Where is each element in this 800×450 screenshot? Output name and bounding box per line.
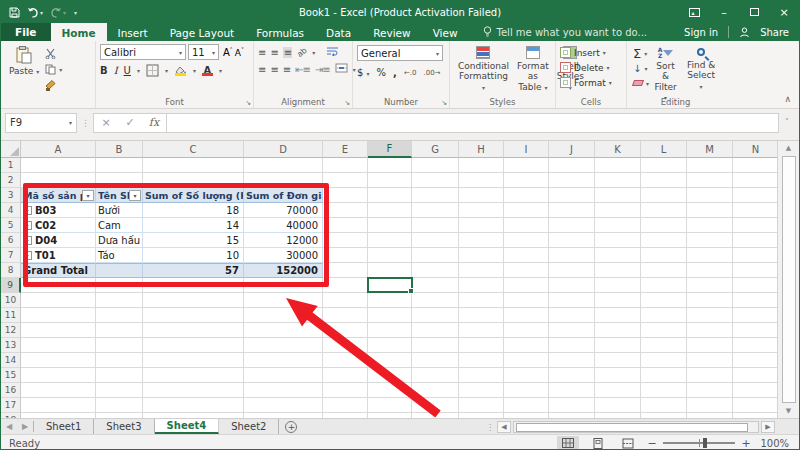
cell-K1[interactable] — [595, 158, 641, 173]
cell-N1[interactable] — [733, 158, 779, 173]
maximize-icon[interactable] — [739, 1, 769, 23]
cell-J3[interactable] — [549, 188, 595, 203]
column-header-A[interactable]: A — [21, 141, 96, 158]
tab-data[interactable]: Data — [315, 23, 362, 41]
cell-H5[interactable] — [459, 218, 504, 233]
vertical-scrollbar[interactable]: ▲ ▼ — [777, 141, 799, 418]
cell-L2[interactable] — [641, 173, 687, 188]
enter-icon[interactable]: ✓ — [118, 116, 142, 129]
cell-I10[interactable] — [504, 293, 549, 308]
copy-button[interactable]: ▾ — [45, 62, 62, 76]
cell-A1[interactable] — [21, 158, 96, 173]
cell-L12[interactable] — [641, 323, 687, 338]
normal-view-button[interactable] — [557, 436, 579, 450]
ribbon-display-options-icon[interactable] — [679, 1, 709, 23]
sheet-tab-sheet3[interactable]: Sheet3 — [94, 419, 154, 434]
cell-I8[interactable] — [504, 263, 549, 278]
cell-G13[interactable] — [412, 338, 459, 353]
cell-I13[interactable] — [504, 338, 549, 353]
cell-B17[interactable] — [96, 398, 143, 413]
cell-K13[interactable] — [595, 338, 641, 353]
cell-C16[interactable] — [143, 383, 244, 398]
column-header-B[interactable]: B — [96, 141, 143, 158]
cell-D9[interactable] — [244, 278, 323, 293]
cell-G11[interactable] — [412, 308, 459, 323]
cell-I17[interactable] — [504, 398, 549, 413]
cell-D12[interactable] — [244, 323, 323, 338]
cell-H2[interactable] — [459, 173, 504, 188]
cell-K6[interactable] — [595, 233, 641, 248]
page-break-view-button[interactable] — [617, 436, 639, 450]
cell-I2[interactable] — [504, 173, 549, 188]
tab-formulas[interactable]: Formulas — [245, 23, 315, 41]
cell-L3[interactable] — [641, 188, 687, 203]
cell-I9[interactable] — [504, 278, 549, 293]
cell-E10[interactable] — [323, 293, 368, 308]
font-name-select[interactable]: Calibri▾ — [100, 44, 186, 60]
insert-function-icon[interactable]: fx — [142, 116, 166, 129]
cell-I4[interactable] — [504, 203, 549, 218]
cell-L1[interactable] — [641, 158, 687, 173]
italic-button[interactable]: I — [114, 65, 118, 76]
cell-F15[interactable] — [368, 368, 412, 383]
row-header-17[interactable]: 17 — [1, 398, 21, 413]
cell-G1[interactable] — [412, 158, 459, 173]
cell-N16[interactable] — [733, 383, 779, 398]
cell-M16[interactable] — [687, 383, 733, 398]
column-header-H[interactable]: H — [459, 141, 504, 158]
vertical-scroll-thumb[interactable] — [782, 156, 796, 403]
cell-G15[interactable] — [412, 368, 459, 383]
cell-C5[interactable]: 14 — [143, 218, 244, 233]
row-header-3[interactable]: 3 — [1, 188, 21, 203]
row-header-16[interactable]: 16 — [1, 383, 21, 398]
cell-M4[interactable] — [687, 203, 733, 218]
cell-E6[interactable] — [323, 233, 368, 248]
tell-me-box[interactable]: Tell me what you want to do... — [483, 23, 647, 41]
cell-M2[interactable] — [687, 173, 733, 188]
cell-H16[interactable] — [459, 383, 504, 398]
column-header-I[interactable]: I — [504, 141, 549, 158]
bold-button[interactable]: B — [100, 65, 108, 76]
font-size-select[interactable]: 11▾ — [188, 44, 219, 60]
cell-D11[interactable] — [244, 308, 323, 323]
cell-B2[interactable] — [96, 173, 143, 188]
cell-E15[interactable] — [323, 368, 368, 383]
cell-F10[interactable] — [368, 293, 412, 308]
cell-G14[interactable] — [412, 353, 459, 368]
cell-G12[interactable] — [412, 323, 459, 338]
cell-D7[interactable]: 30000 — [244, 248, 323, 263]
cell-H1[interactable] — [459, 158, 504, 173]
zoom-in-icon[interactable]: + — [741, 437, 751, 450]
cell-K8[interactable] — [595, 263, 641, 278]
cell-H7[interactable] — [459, 248, 504, 263]
tab-insert[interactable]: Insert — [107, 23, 159, 41]
cell-G16[interactable] — [412, 383, 459, 398]
cell-J13[interactable] — [549, 338, 595, 353]
cell-C8[interactable]: 57 — [143, 263, 244, 278]
cell-M5[interactable] — [687, 218, 733, 233]
cell-H4[interactable] — [459, 203, 504, 218]
cell-B4[interactable]: Bưởi — [96, 203, 143, 218]
splitter-dots[interactable]: ⋮ — [486, 423, 495, 432]
cell-B8[interactable] — [96, 263, 143, 278]
cell-J14[interactable] — [549, 353, 595, 368]
sheet-tab-sheet2[interactable]: Sheet2 — [219, 419, 279, 434]
cell-G4[interactable] — [412, 203, 459, 218]
cell-C13[interactable] — [143, 338, 244, 353]
cell-L17[interactable] — [641, 398, 687, 413]
cell-C14[interactable] — [143, 353, 244, 368]
cell-G7[interactable] — [412, 248, 459, 263]
scroll-down-icon[interactable]: ▼ — [786, 404, 791, 418]
cell-E2[interactable] — [323, 173, 368, 188]
cell-D6[interactable]: 12000 — [244, 233, 323, 248]
decrease-indent-icon[interactable]: ⇤≡ — [295, 64, 310, 75]
cell-M6[interactable] — [687, 233, 733, 248]
cell-B1[interactable] — [96, 158, 143, 173]
formula-input[interactable] — [167, 113, 779, 133]
cell-L8[interactable] — [641, 263, 687, 278]
cell-N7[interactable] — [733, 248, 779, 263]
cell-K17[interactable] — [595, 398, 641, 413]
borders-button[interactable] — [146, 64, 159, 77]
cell-M14[interactable] — [687, 353, 733, 368]
align-left-icon[interactable]: ≡ — [258, 64, 265, 75]
